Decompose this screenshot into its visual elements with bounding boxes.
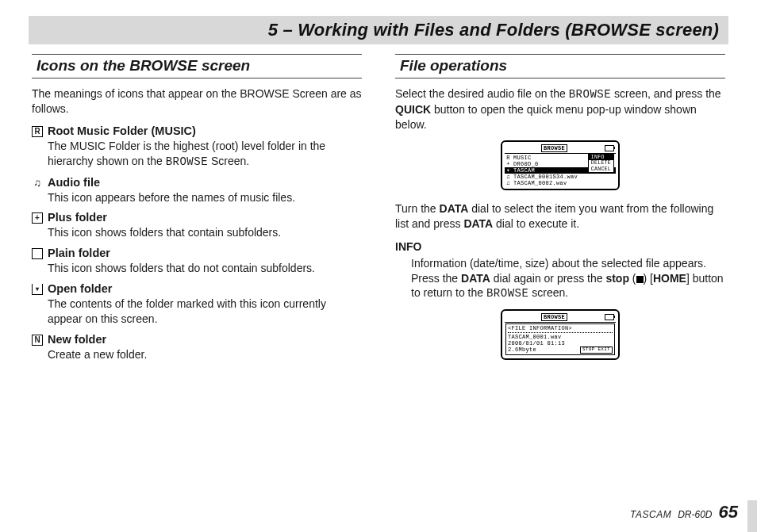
right-column: File operations Select the desired audio…	[395, 54, 725, 371]
chapter-title: 5 – Working with Files and Folders (BROW…	[268, 20, 719, 40]
file-info-name: TASCAM_0001.wav	[508, 334, 613, 340]
term-desc: This icon shows folders that do not cont…	[48, 261, 362, 276]
section-heading-icons: Icons on the BROWSE screen	[32, 54, 362, 78]
page-tab-decoration	[747, 500, 757, 532]
lcd-row: ♫TASCAM_0001S34.wav	[505, 174, 616, 180]
quick-button-label: QUICK	[395, 103, 431, 116]
lcd-row-icon: ♫	[505, 180, 511, 186]
info-subheading: INFO	[395, 239, 725, 255]
file-info-panel: <FILE INFORMATION> TASCAM_0001.wav 2000/…	[505, 323, 615, 354]
footer-brand: TASCAM	[630, 509, 671, 520]
lcd-header: BROWSE	[505, 144, 616, 154]
term-row: ♫ Audio file	[32, 176, 362, 189]
battery-icon	[605, 314, 614, 320]
audio-file-icon: ♫	[32, 178, 43, 189]
term-label: Audio file	[48, 176, 100, 189]
lcd-title: BROWSE	[541, 144, 567, 152]
stop-exit-button: STOP EXIT	[580, 346, 613, 354]
left-column: Icons on the BROWSE screen The meanings …	[32, 54, 362, 371]
manual-page: 5 – Working with Files and Folders (BROW…	[0, 0, 757, 532]
lcd-screenshot-browse-menu: BROWSE RMUSIC+DR60D_0▾TASCAM♫TASCAM_0001…	[501, 140, 620, 190]
root-folder-icon: R	[32, 126, 43, 137]
data-dial-label: DATA	[463, 217, 493, 230]
file-info-header: <FILE INFORMATION>	[508, 325, 613, 331]
lcd-screenshot-file-info: BROWSE <FILE INFORMATION> TASCAM_0001.wa…	[501, 309, 620, 359]
lcd-word: BROWSE	[486, 287, 528, 300]
lcd-row-label: TASCAM_0002.wav	[513, 180, 567, 186]
lcd-row-label: MUSIC	[513, 155, 532, 161]
term-desc: The contents of the folder marked with t…	[48, 297, 362, 327]
chapter-banner: 5 – Working with Files and Folders (BROW…	[29, 16, 728, 44]
stop-button-label: stop	[605, 272, 629, 285]
fileops-intro: Select the desired audio file on the BRO…	[395, 86, 725, 132]
lcd-row: ♫TASCAM_0002.wav	[505, 180, 616, 186]
term-label: New folder	[48, 333, 106, 346]
term-row: Plain folder	[32, 247, 362, 259]
lcd-row-label: TASCAM	[513, 167, 535, 174]
lcd-word: BROWSE	[166, 155, 208, 168]
term-label: Open folder	[48, 282, 112, 295]
lcd-row-label: DR60D_0	[513, 161, 539, 167]
lcd-row-label: TASCAM_0001S34.wav	[513, 174, 578, 180]
lcd-title: BROWSE	[541, 313, 567, 321]
term-desc: This icon appears before the names of mu…	[48, 190, 362, 205]
lcd-header: BROWSE	[505, 313, 616, 323]
term-desc: This icon shows folders that contain sub…	[48, 225, 362, 240]
body-columns: Icons on the BROWSE screen The meanings …	[32, 54, 725, 371]
plus-folder-icon: +	[32, 212, 43, 224]
term-row: ▾ Open folder	[32, 282, 362, 295]
page-number: 65	[719, 502, 738, 522]
term-label: Root Music Folder (MUSIC)	[48, 124, 196, 137]
intro-para: The meanings of icons that appear on the…	[32, 86, 362, 117]
file-info-size-row: 2.6Mbyte STOP EXIT	[508, 346, 613, 353]
term-desc: The MUSIC Folder is the highest (root) l…	[48, 139, 362, 170]
term-label: Plain folder	[48, 247, 110, 259]
info-desc: Information (date/time, size) about the …	[411, 256, 725, 302]
file-info-size: 2.6Mbyte	[508, 346, 536, 353]
data-dial-label: DATA	[440, 202, 469, 215]
data-dial-label: DATA	[461, 272, 490, 285]
term-row: + Plus folder	[32, 211, 362, 224]
plain-folder-icon	[32, 248, 43, 259]
file-info-datetime: 2000/01/01 01:13	[508, 340, 613, 346]
term-row: N New folder	[32, 333, 362, 346]
quick-menu-item: CANCEL	[589, 166, 613, 172]
lcd-word: BROWSE	[569, 88, 611, 101]
stop-icon	[636, 276, 644, 283]
lcd-body: RMUSIC+DR60D_0▾TASCAM♫TASCAM_0001S34.wav…	[505, 155, 616, 186]
lcd-row-icon: +	[505, 161, 511, 167]
turn-dial-para: Turn the DATA dial to select the item yo…	[395, 201, 725, 232]
icon-definition-list: R Root Music Folder (MUSIC) The MUSIC Fo…	[32, 124, 362, 362]
term-desc: Create a new folder.	[48, 347, 362, 362]
open-folder-icon: ▾	[32, 284, 43, 295]
term-label: Plus folder	[48, 211, 107, 224]
page-footer: TASCAM DR-60D 65	[630, 502, 738, 522]
quick-menu-panel: INFODELETECANCEL	[588, 154, 614, 173]
section-heading-fileops: File operations	[395, 54, 725, 78]
footer-model: DR-60D	[678, 509, 712, 520]
lcd-row-icon: ▾	[505, 167, 511, 174]
home-button-label: HOME	[653, 272, 686, 285]
battery-icon	[605, 145, 614, 151]
term-row: R Root Music Folder (MUSIC)	[32, 124, 362, 137]
lcd-row-icon: R	[505, 155, 511, 161]
lcd-row-icon: ♫	[505, 174, 511, 180]
quick-menu-item: INFO	[589, 155, 613, 160]
new-folder-icon: N	[32, 335, 43, 346]
quick-menu-item: DELETE	[589, 160, 613, 166]
